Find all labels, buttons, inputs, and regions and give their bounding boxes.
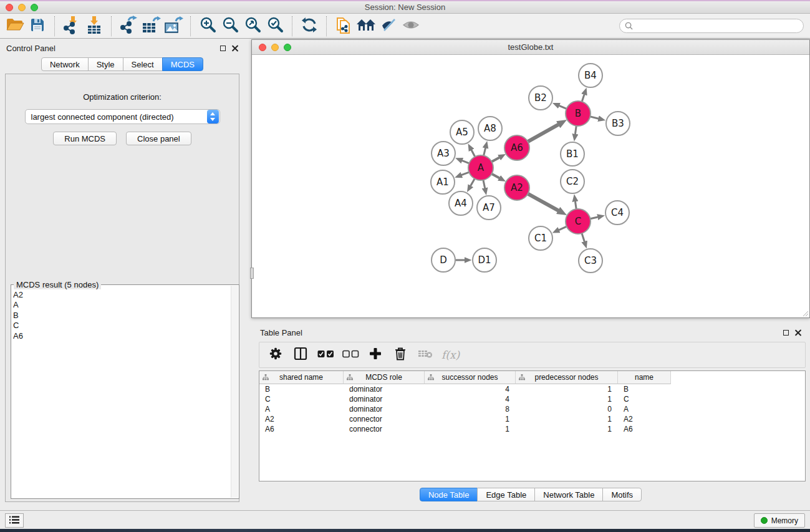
- close-panel-button[interactable]: Close panel: [126, 132, 191, 145]
- mcds-result-item[interactable]: A6: [13, 331, 230, 341]
- graph-node-C4[interactable]: C4: [605, 201, 629, 225]
- table-cell[interactable]: A2: [618, 415, 671, 423]
- table-cell[interactable]: A2: [259, 415, 344, 423]
- graph-edge-C-C4[interactable]: [591, 217, 598, 219]
- graph-edge-A-A6[interactable]: [492, 157, 499, 162]
- network-canvas[interactable]: B4B2BB3A5A8A6A3B1AA1C2A2A4A7C4CC1DD1C3: [252, 55, 809, 317]
- table-row[interactable]: Bdominator41B: [259, 384, 805, 394]
- mcds-result-item[interactable]: C: [13, 321, 230, 331]
- table-cell[interactable]: dominator: [344, 385, 425, 394]
- table-cell[interactable]: A6: [618, 425, 671, 433]
- table-cell[interactable]: 1: [516, 425, 618, 433]
- table-cell[interactable]: 1: [516, 415, 618, 423]
- graph-edge-A6-B[interactable]: [528, 125, 558, 142]
- graph-node-B4[interactable]: B4: [579, 64, 602, 87]
- zoom-selected-button[interactable]: [264, 15, 286, 37]
- graph-edge-A-A3[interactable]: [462, 160, 469, 163]
- graph-node-A2[interactable]: A2: [504, 175, 529, 200]
- splitter-handle[interactable]: [250, 268, 254, 279]
- mcds-result-item[interactable]: B: [13, 311, 230, 321]
- export-image-button[interactable]: [162, 15, 185, 37]
- table-row[interactable]: Cdominator41C: [259, 394, 805, 404]
- table-cell[interactable]: 4: [425, 395, 516, 404]
- deselect-all-columns-button[interactable]: [339, 344, 362, 366]
- function-builder-button[interactable]: f(x): [441, 349, 460, 361]
- memory-button[interactable]: Memory: [754, 513, 805, 528]
- graph-node-A8[interactable]: A8: [478, 117, 502, 140]
- graph-edge-B-B2[interactable]: [559, 105, 567, 109]
- table-cell[interactable]: 1: [425, 415, 516, 423]
- close-panel-icon[interactable]: [231, 45, 238, 52]
- task-history-button[interactable]: [5, 513, 24, 528]
- duplicate-network-button[interactable]: [332, 15, 355, 37]
- graph-node-A5[interactable]: A5: [450, 120, 474, 144]
- graph-node-A6[interactable]: A6: [504, 135, 529, 160]
- graph-node-B2[interactable]: B2: [529, 86, 552, 110]
- export-table-button[interactable]: [140, 15, 162, 37]
- export-network-button[interactable]: [117, 15, 140, 37]
- tab-select[interactable]: Select: [123, 57, 163, 71]
- column-header-shared-name[interactable]: shared name: [259, 371, 344, 384]
- table-tab-network-table[interactable]: Network Table: [534, 488, 603, 501]
- graph-node-B[interactable]: B: [566, 101, 591, 126]
- show-column-button[interactable]: [289, 344, 312, 366]
- tab-mcds[interactable]: MCDS: [162, 57, 203, 71]
- save-session-button[interactable]: [26, 15, 49, 37]
- table-cell[interactable]: 8: [425, 405, 516, 414]
- graph-edge-A-A1[interactable]: [461, 172, 469, 175]
- graph-node-B1[interactable]: B1: [561, 142, 584, 166]
- graph-node-C[interactable]: C: [566, 209, 591, 234]
- graph-edge-A-A5[interactable]: [471, 150, 475, 157]
- node-table[interactable]: shared nameMCDS rolesuccessor nodesprede…: [259, 370, 806, 481]
- import-network-button[interactable]: [60, 15, 83, 37]
- table-cell[interactable]: 1: [516, 395, 618, 404]
- tab-network[interactable]: Network: [41, 57, 89, 71]
- table-cell[interactable]: 1: [425, 425, 516, 433]
- graph-edge-A-A8[interactable]: [484, 148, 486, 155]
- graph-edge-A-A4[interactable]: [471, 178, 475, 186]
- table-tab-node-table[interactable]: Node Table: [420, 488, 478, 501]
- table-cell[interactable]: B: [259, 385, 344, 394]
- table-row[interactable]: A2connector11A2: [259, 414, 805, 424]
- column-header-name[interactable]: name: [618, 371, 671, 384]
- graph-node-A7[interactable]: A7: [477, 196, 501, 220]
- table-cell[interactable]: 4: [425, 385, 516, 394]
- graph-edge-B-B1[interactable]: [575, 126, 576, 134]
- table-cell[interactable]: connector: [344, 425, 425, 433]
- table-cell[interactable]: 0: [516, 405, 618, 414]
- table-cell[interactable]: A6: [259, 425, 344, 433]
- graph-node-C2[interactable]: C2: [561, 170, 584, 193]
- network-graph[interactable]: B4B2BB3A5A8A6A3B1AA1C2A2A4A7C4CC1DD1C3: [252, 55, 809, 317]
- graph-edge-A2-C[interactable]: [528, 194, 559, 211]
- table-tab-motifs[interactable]: Motifs: [602, 488, 642, 501]
- refresh-button[interactable]: [298, 15, 321, 37]
- criterion-dropdown[interactable]: largest connected component (directed): [25, 109, 220, 124]
- create-column-button[interactable]: [364, 344, 387, 366]
- graph-node-A4[interactable]: A4: [449, 191, 473, 215]
- graph-node-A3[interactable]: A3: [432, 142, 455, 165]
- select-all-columns-button[interactable]: [314, 344, 337, 366]
- network-window-titlebar[interactable]: testGlobe.txt: [252, 40, 809, 55]
- table-cell[interactable]: connector: [344, 415, 425, 423]
- close-table-panel-icon[interactable]: [794, 329, 801, 336]
- import-table-button[interactable]: [83, 15, 105, 37]
- graph-node-A[interactable]: A: [468, 155, 493, 180]
- column-header-successor-nodes[interactable]: successor nodes: [425, 371, 516, 384]
- graph-node-D[interactable]: D: [432, 248, 455, 272]
- graph-edge-B-B3[interactable]: [590, 117, 599, 118]
- graph-node-C3[interactable]: C3: [579, 249, 602, 273]
- graph-edge-A-A7[interactable]: [483, 180, 485, 188]
- resize-grip-icon[interactable]: [801, 309, 809, 317]
- graph-edge-A-A2[interactable]: [492, 174, 499, 178]
- graph-edge-B-B4[interactable]: [582, 94, 584, 102]
- zoom-fit-button[interactable]: [241, 15, 264, 37]
- open-session-button[interactable]: [4, 15, 26, 37]
- delete-column-button[interactable]: [389, 344, 412, 366]
- column-header-predecessor-nodes[interactable]: predecessor nodes: [516, 371, 618, 384]
- table-row[interactable]: Adominator80A: [259, 404, 805, 414]
- search-field[interactable]: [619, 19, 804, 33]
- neighborhood-homes-button[interactable]: [355, 15, 377, 37]
- graph-node-B3[interactable]: B3: [606, 112, 630, 135]
- delete-table-button[interactable]: [414, 344, 436, 366]
- table-cell[interactable]: dominator: [344, 405, 425, 414]
